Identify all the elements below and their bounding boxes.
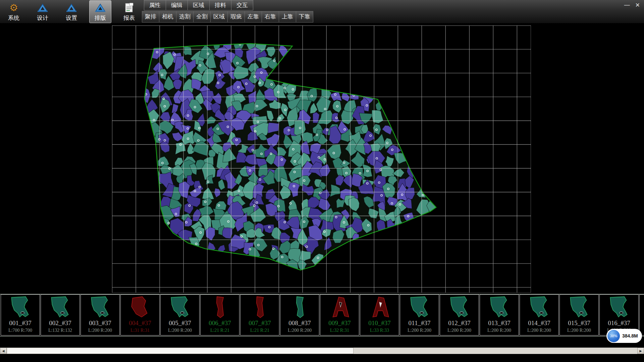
progress-circle: 38% (607, 330, 620, 342)
tool-button-select-cut[interactable]: 选割 (176, 11, 194, 22)
memory-progress: 38% 384.8M (606, 329, 642, 343)
part-id-label: 010_#37 (368, 319, 391, 327)
part-thumbnail-014_#37[interactable]: 014_#37 L:200 R:200 (520, 294, 559, 336)
part-id-label: 004_#37 (129, 319, 151, 327)
part-shape-preview (7, 295, 34, 319)
part-thumbnail-003_#37[interactable]: 003_#37 L:200 R:200 (80, 294, 120, 336)
part-lr-count: L:200 R:200 (487, 328, 511, 333)
scroll-left-button[interactable]: ◀ (0, 348, 7, 354)
scroll-right-arrow-icon: ▶ (640, 349, 642, 353)
tool-button-cluster-nest[interactable]: 聚排 (142, 11, 159, 22)
part-id-label: 016_#37 (608, 319, 630, 327)
ruler-icon (95, 2, 106, 13)
nesting-canvas[interactable] (112, 25, 531, 293)
part-lr-count: L:700 R:700 (8, 328, 32, 333)
part-id-label: 007_#37 (249, 319, 271, 327)
menu-tab-interact[interactable]: 交互 (231, 0, 253, 10)
toolbar-button-system[interactable]: ⚙系统 (3, 0, 25, 23)
part-lr-count: L:200 R:200 (288, 328, 312, 333)
part-id-label: 013_#37 (488, 319, 511, 327)
toolbar-button-settings[interactable]: 设置 (60, 0, 83, 23)
part-thumbnail-011_#37[interactable]: 011_#37 L:200 R:200 (400, 294, 439, 336)
part-lr-count: L:21 R:21 (210, 328, 229, 333)
part-thumbnail-015_#37[interactable]: 015_#37 L:200 R:200 (559, 294, 599, 336)
part-lr-count: L:21 R:21 (250, 328, 269, 333)
tool-button-row: 聚排相机选割全割区域瑕疵左靠右靠上靠下靠 (142, 11, 313, 22)
part-id-label: 006_#37 (209, 319, 231, 327)
main-toolbar: ⚙系统设计设置排版报表 属性编辑区域排料交互 聚排相机选割全割区域瑕疵左靠右靠上… (0, 0, 644, 23)
part-thumbnail-013_#37[interactable]: 013_#37 L:200 R:200 (480, 294, 519, 336)
part-shape-preview (526, 295, 553, 319)
menu-tab-nesting[interactable]: 排料 (210, 0, 231, 10)
part-thumbnail-edge-16[interactable] (639, 294, 644, 336)
part-lr-count: L:200 R:200 (527, 328, 551, 333)
toolbar-button-design[interactable]: 设计 (32, 0, 54, 23)
part-shape-preview (366, 295, 393, 319)
part-id-label: 009_#37 (328, 319, 351, 327)
horizontal-scrollbar[interactable]: ◀ ▶ (0, 348, 644, 354)
part-thumbnail-004_#37[interactable]: 004_#37 L:31 R:31 (120, 294, 160, 336)
part-id-label: 003_#37 (89, 319, 111, 327)
part-shape-preview (206, 295, 234, 319)
scroll-right-button[interactable]: ▶ (637, 348, 644, 354)
part-thumbnail-009_#37[interactable]: 009_#37 L:32 R:31 (320, 294, 359, 336)
part-shape-preview (286, 295, 314, 319)
minimize-button[interactable]: — (624, 2, 630, 9)
part-lr-count: L:200 R:200 (168, 328, 192, 333)
close-button[interactable]: ✕ (635, 2, 640, 9)
part-thumbnail-006_#37[interactable]: 006_#37 L:21 R:21 (200, 294, 239, 336)
memory-size-label: 384.8M (622, 333, 638, 339)
part-lr-count: L:200 R:200 (447, 328, 471, 333)
part-thumbnail-002_#37[interactable]: 002_#37 L:132 R:132 (41, 294, 80, 336)
menu-tab-region[interactable]: 区域 (188, 0, 210, 10)
part-lr-count: L:32 R:31 (330, 328, 349, 333)
tool-button-align-left[interactable]: 左靠 (245, 11, 262, 22)
part-thumbnail-008_#37[interactable]: 008_#37 L:200 R:200 (280, 294, 319, 336)
part-lr-count: L:132 R:132 (48, 328, 72, 333)
part-thumbnail-010_#37[interactable]: 010_#37 L:33 R:33 (360, 294, 399, 336)
toolbar-button-layout[interactable]: 排版 (89, 0, 111, 23)
menu-tab-edit[interactable]: 编辑 (166, 0, 188, 10)
ruler-icon (66, 2, 77, 13)
part-thumbnail-005_#37[interactable]: 005_#37 L:200 R:200 (160, 294, 200, 336)
part-shape-preview (406, 295, 433, 319)
toolbar-button-label: 设计 (37, 14, 48, 22)
tool-button-align-top[interactable]: 上靠 (279, 11, 296, 22)
part-thumbnail-012_#37[interactable]: 012_#37 L:200 R:200 (440, 294, 479, 336)
part-thumbnail-001_#37[interactable]: 001_#37 L:700 R:700 (1, 294, 40, 336)
part-lr-count: L:200 R:200 (567, 328, 591, 333)
scrollbar-thumb[interactable] (7, 348, 354, 354)
tool-button-full-cut[interactable]: 全割 (194, 11, 211, 22)
menu-tab-row: 属性编辑区域排料交互 (144, 0, 253, 10)
part-thumbnail-007_#37[interactable]: 007_#37 L:21 R:21 (240, 294, 279, 336)
part-shape-preview (246, 295, 274, 319)
part-id-label: 011_#37 (409, 319, 431, 327)
main-toolbar-buttons: ⚙系统设计设置排版报表 (3, 0, 140, 23)
part-shape-preview (605, 295, 633, 319)
part-lr-count: L:200 R:200 (88, 328, 112, 333)
nesting-workspace (112, 25, 531, 293)
toolbar-button-label: 报表 (123, 14, 135, 22)
tool-button-align-bottom[interactable]: 下靠 (296, 11, 313, 22)
scrollbar-track[interactable] (7, 348, 637, 354)
part-shape-preview (566, 295, 593, 319)
part-id-label: 015_#37 (568, 319, 590, 327)
tool-button-region[interactable]: 区域 (211, 11, 228, 22)
tool-button-camera[interactable]: 相机 (159, 11, 176, 22)
tool-button-defect[interactable]: 瑕疵 (228, 11, 245, 22)
tool-button-align-right[interactable]: 右靠 (262, 11, 279, 22)
part-id-label: 012_#37 (448, 319, 471, 327)
progress-percent: 38% (610, 334, 617, 338)
part-shape-preview (446, 295, 473, 319)
part-shape-preview (47, 295, 74, 319)
gear-icon: ⚙ (9, 2, 18, 13)
part-id-label: 001_#37 (9, 319, 32, 327)
part-shape-preview (486, 295, 513, 319)
part-lr-count: L:31 R:31 (130, 328, 150, 333)
part-shape-preview (326, 295, 354, 319)
part-id-label: 005_#37 (169, 319, 191, 327)
window-controls: — ✕ (624, 2, 640, 9)
toolbar-button-report[interactable]: 报表 (118, 0, 140, 23)
part-id-label: 008_#37 (288, 319, 311, 327)
menu-tab-properties[interactable]: 属性 (144, 0, 166, 10)
